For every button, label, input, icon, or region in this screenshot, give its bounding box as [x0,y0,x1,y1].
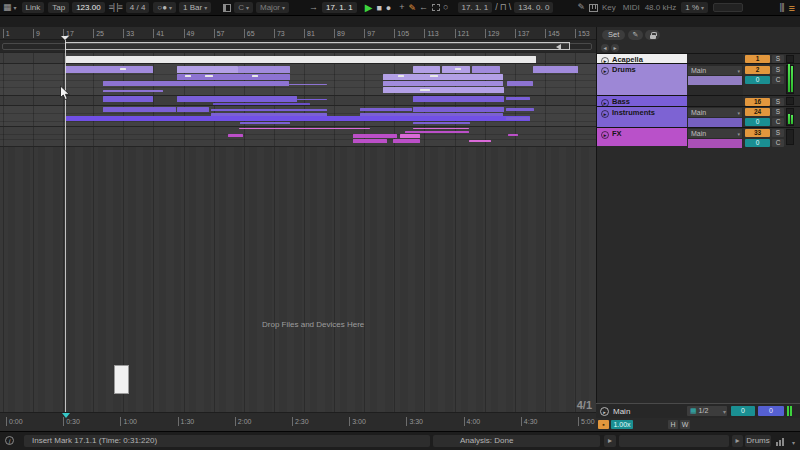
tap-tempo-button[interactable]: Tap [48,2,69,13]
clip[interactable] [66,116,530,121]
clip[interactable] [238,66,290,73]
monitor-track-label[interactable]: Drums [745,435,771,447]
beat-time-ruler[interactable]: 1917253341495765738189971051131211291371… [0,27,596,40]
main-a-value[interactable]: 0 [731,406,755,416]
computer-midi-keyboard-icon[interactable] [589,4,598,12]
monitor-play-button[interactable]: ▸ [732,435,743,447]
bar-number[interactable]: 65 [244,29,255,38]
track-activator[interactable]: 16 [745,98,770,106]
automation-mode-icon[interactable]: ○ [443,2,448,13]
cpu-load-meter[interactable]: 1 %▾ [681,2,708,13]
track-header-instruments[interactable]: ▸InstrumentsMain▾24S0C [597,106,800,127]
clip[interactable] [413,128,469,130]
crossfade-button[interactable]: C [772,118,784,126]
clip[interactable] [413,122,470,124]
clip[interactable] [103,90,163,92]
crossfade-button[interactable]: C [772,76,784,84]
arrangement-area[interactable]: Drop Files and Devices Here 4/1 [0,52,596,412]
bar-number[interactable]: 57 [214,29,225,38]
tempo-field[interactable]: 123.00 [72,2,104,13]
draw-automation-icon[interactable]: ✎ [577,2,585,13]
clip[interactable] [506,117,530,120]
input-gain-value[interactable]: 0 [745,76,770,84]
next-locator-button[interactable]: ▸ [611,44,619,52]
clip[interactable] [289,84,327,86]
grid-value-selector[interactable]: ▦ 1/2▾ [687,406,727,416]
midi-map-button[interactable]: MIDI [623,2,640,13]
follow-button[interactable]: → [309,2,318,13]
arrangement-position-field[interactable]: 17. 1. 1 [322,2,357,13]
solo-button[interactable]: S [772,108,784,116]
time-signature-field[interactable]: 4 / 4 [126,2,150,13]
clip[interactable] [177,66,238,73]
clip[interactable] [103,96,153,102]
punch-out-icon[interactable]: \ [509,2,512,13]
hamburger-menu-icon[interactable]: ≡ [789,2,795,14]
track-name-area[interactable]: ▸Drums [597,64,687,95]
clip[interactable] [533,66,578,73]
play-button[interactable]: ▶ [365,2,373,13]
clip[interactable] [213,103,310,105]
clip[interactable] [420,89,430,91]
add-locator-button[interactable]: + [399,2,404,13]
clip[interactable] [239,128,370,130]
clip[interactable] [413,96,504,102]
prev-locator-button[interactable]: ◂ [601,44,609,52]
nudge-down-icon[interactable]: ≡| [109,2,115,13]
clip[interactable] [430,75,438,77]
bar-number[interactable]: 105 [394,29,409,38]
clip[interactable] [472,66,500,73]
bar-number[interactable]: 25 [93,29,104,38]
quantize-menu[interactable]: ○●▾ [153,2,176,13]
nudge-up-icon[interactable]: |≡ [116,2,122,13]
solo-button[interactable]: S [772,98,784,106]
bar-number[interactable]: 9 [33,29,40,38]
bar-number[interactable]: 89 [334,29,345,38]
solo-button[interactable]: S [772,129,784,137]
clip[interactable] [252,75,258,77]
draw-mode-icon[interactable]: ✎ [409,3,417,13]
solo-button[interactable]: S [772,55,784,63]
pencil-pill-icon[interactable]: ✎ [628,30,643,40]
lock-envelopes-icon[interactable] [645,30,660,40]
loop-switch-icon[interactable]: ⊓ [500,2,507,13]
clip[interactable] [405,131,469,133]
meter-dropdown-caret[interactable]: ▾ [792,439,795,446]
clip[interactable] [398,75,404,77]
clip[interactable] [508,134,518,136]
main-b-value[interactable]: 0 [758,406,784,416]
clip[interactable] [400,134,420,138]
bar-number[interactable]: 97 [364,29,375,38]
clip[interactable] [177,107,209,112]
clip[interactable] [103,81,289,86]
input-gain-value[interactable]: 0 [745,118,770,126]
window-layout-icon[interactable]: ▦▾ [3,2,17,14]
clip[interactable] [240,122,290,124]
track-name-area[interactable]: ▸Acapella [597,54,687,64]
crossfade-button[interactable]: C [772,139,784,147]
loop-region[interactable] [65,42,570,50]
track-name-area[interactable]: ▸FX [597,128,687,147]
track-fold-icon[interactable]: ▸ [601,131,609,139]
clip[interactable] [413,107,504,112]
clip[interactable] [353,139,387,143]
clip[interactable] [66,56,536,63]
clip[interactable] [383,87,504,93]
track-header-acapella[interactable]: ▸Acapella1S [597,53,800,64]
main-play-icon[interactable]: ▸ [600,407,609,416]
clip[interactable] [393,139,420,143]
stop-button[interactable]: ■ [376,3,381,13]
clip[interactable] [360,108,412,111]
zoom-level-value[interactable]: 1.00x [611,420,633,429]
bar-number[interactable]: 121 [455,29,470,38]
clip[interactable] [383,81,503,86]
bar-number[interactable]: 153 [575,29,590,38]
empty-track-area[interactable] [0,146,596,412]
solo-button[interactable]: S [772,66,784,74]
clip[interactable] [469,140,491,142]
track-activator[interactable]: 33 [745,129,770,137]
selection-box-icon[interactable] [432,4,440,11]
audio-to-selector[interactable]: Main▾ [688,66,742,75]
playhead-marker-icon[interactable] [61,36,69,40]
back-to-arrangement-icon[interactable]: ← [419,2,428,13]
